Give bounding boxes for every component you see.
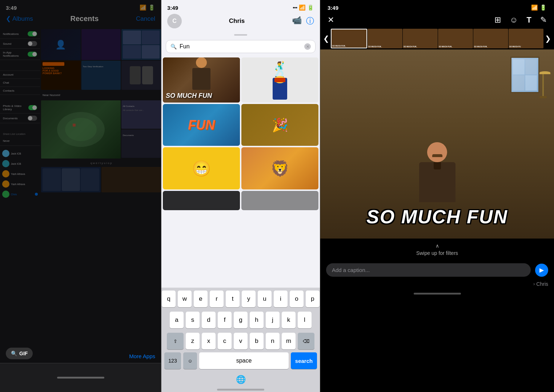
toggle-sound[interactable] (28, 41, 37, 46)
key-m[interactable]: m (282, 333, 296, 349)
key-g[interactable]: g (234, 312, 248, 328)
close-button[interactable]: ✕ (328, 15, 334, 25)
key-n[interactable]: n (266, 333, 280, 349)
toggle-docs[interactable] (28, 116, 37, 121)
gif-item-minions[interactable]: 😁 (163, 147, 240, 189)
time-preview: 3:49 (328, 5, 338, 11)
key-numbers[interactable]: 123 (164, 352, 181, 369)
key-space[interactable]: space (199, 352, 289, 369)
key-i[interactable]: i (274, 291, 288, 307)
globe-icon[interactable]: 🌐 (236, 375, 246, 384)
key-y[interactable]: y (242, 291, 256, 307)
key-t[interactable]: t (226, 291, 240, 307)
key-s[interactable]: s (186, 312, 200, 328)
film-frame-4[interactable]: SO MUCH FUN_ (438, 29, 473, 48)
swipe-up-area: ∧ Swipe up for filters (320, 239, 554, 260)
gif-label: GIF (19, 351, 28, 356)
gif-search-bar[interactable]: 🔍 ✕ (166, 40, 316, 53)
settings-row-chat: Chat (0, 79, 40, 87)
photo-cell-11[interactable] (101, 167, 161, 192)
toggle-library[interactable] (28, 105, 37, 110)
key-h[interactable]: h (250, 312, 264, 328)
gif-item-partial-1[interactable] (163, 191, 240, 210)
emoji-icon[interactable]: ☺ (510, 15, 518, 25)
more-apps-button[interactable]: More Apps (129, 353, 155, 359)
key-x[interactable]: x (202, 333, 216, 349)
key-j[interactable]: j (266, 312, 280, 328)
toggle-notifications[interactable] (28, 31, 37, 36)
photo-cell-2[interactable] (81, 29, 121, 60)
film-frame-1[interactable]: SO MUCH FUN_ (331, 29, 367, 48)
status-bar-gif: 3:49 ••• 📶 🔋 (161, 0, 320, 12)
film-frame-2[interactable]: SO MUCH FUN_ (368, 29, 402, 48)
toolbar-right-icons: ⊞ ☺ T ✎ (494, 15, 547, 25)
photo-cell-8[interactable]: All Contacts All contacts that use... (121, 100, 161, 129)
toggle-in-app[interactable] (28, 52, 37, 57)
key-delete[interactable]: ⌫ (298, 333, 314, 349)
key-search[interactable]: search (291, 352, 317, 369)
minions-emoji: 😁 (192, 160, 211, 177)
photo-cell-9[interactable]: Documents (121, 129, 161, 158)
key-c[interactable]: c (218, 333, 232, 349)
gif-button[interactable]: 🔍 GIF (6, 348, 33, 359)
dance-figure: 🕺 (271, 61, 289, 78)
key-w[interactable]: w (178, 291, 192, 307)
dots-icon: ••• (293, 5, 297, 10)
photo-cell-5[interactable]: Two-Step Verification (81, 61, 121, 90)
photo-cell-4[interactable]: LOOKINGFOR A GOODPOWER BANK? (41, 61, 81, 90)
film-frame-5[interactable]: SO MUCH FUN_ (473, 29, 508, 48)
right-photos-grid: 👤 LOOKINGFOR (41, 29, 161, 342)
keyboard-row-2: a s d f g h j k l (161, 309, 320, 330)
film-frame-6[interactable]: SO MUCH FU (509, 29, 543, 48)
panel-preview: 3:49 📶 🔋 ✕ ⊞ ☺ T ✎ ❮ SO MUCH FUN_ SO MUC… (320, 0, 554, 392)
clear-search-button[interactable]: ✕ (304, 43, 311, 50)
photo-cell-6[interactable] (121, 61, 161, 90)
photo-row-bottom (41, 167, 161, 192)
caption-input[interactable]: Add a caption... (326, 263, 531, 277)
spongebob-fun-text: FUN (188, 117, 215, 133)
gif-item-simba[interactable]: 🦁 (241, 147, 318, 189)
settings-row-privacy: Photo & Video Library (0, 102, 40, 113)
key-emoji[interactable]: ☺ (183, 352, 197, 369)
key-u[interactable]: u (258, 291, 272, 307)
photo-cell-10[interactable] (41, 167, 101, 192)
info-button[interactable]: ⓘ (306, 16, 314, 27)
photo-cell-map[interactable] (41, 100, 121, 159)
key-d[interactable]: d (202, 312, 216, 328)
key-l[interactable]: l (298, 312, 312, 328)
key-r[interactable]: r (210, 291, 224, 307)
key-k[interactable]: k (282, 312, 296, 328)
key-o[interactable]: o (290, 291, 304, 307)
gif-item-ron-swanson[interactable]: SO MUCH FUN (163, 57, 240, 103)
crop-icon[interactable]: ⊞ (494, 15, 501, 25)
caption-placeholder: Add a caption... (332, 267, 370, 273)
send-icon: ▶ (539, 267, 544, 273)
key-e[interactable]: e (194, 291, 208, 307)
swipe-up-label: Swipe up for filters (416, 250, 458, 256)
filmstrip-left-arrow[interactable]: ❮ (323, 34, 329, 43)
photo-cell-3[interactable] (121, 29, 161, 60)
photo-row-4: All Contacts All contacts that use... Do… (41, 100, 161, 159)
gif-search-input[interactable] (180, 43, 301, 50)
key-shift[interactable]: ⇧ (167, 333, 184, 349)
key-v[interactable]: v (234, 333, 248, 349)
key-f[interactable]: f (218, 312, 232, 328)
gif-item-partial-2[interactable] (241, 191, 318, 210)
photo-cell-1[interactable]: 👤 (41, 29, 81, 60)
text-icon[interactable]: T (527, 15, 531, 25)
key-a[interactable]: a (170, 312, 184, 328)
gif-item-ferrell[interactable]: 🎉 (241, 104, 318, 146)
filmstrip-right-arrow[interactable]: ❯ (545, 34, 551, 43)
send-button[interactable]: ▶ (535, 264, 548, 277)
video-call-button[interactable]: 📹 (292, 16, 302, 27)
key-z[interactable]: z (186, 333, 200, 349)
key-b[interactable]: b (250, 333, 264, 349)
gif-item-spongebob[interactable]: FUN (163, 104, 240, 146)
key-p[interactable]: p (306, 291, 320, 307)
film-frame-3[interactable]: SO MUCH FUN_ (403, 29, 438, 48)
key-q[interactable]: q (162, 291, 176, 307)
pencil-icon[interactable]: ✎ (540, 15, 547, 25)
gif-item-dance[interactable]: 🕺 (241, 57, 318, 103)
photo-cell-7[interactable]: Near Nozomi! (41, 91, 161, 100)
gif-column-1: SO MUCH FUN FUN 😁 (163, 57, 240, 210)
